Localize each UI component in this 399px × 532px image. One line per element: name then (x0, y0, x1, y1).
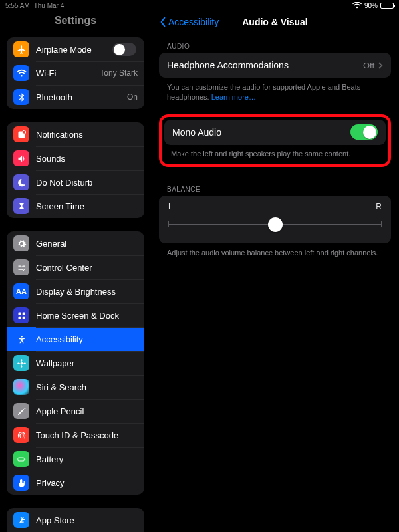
page-title: Audio & Visual (242, 17, 308, 27)
sidebar-item-general[interactable]: General (7, 231, 144, 255)
sidebar-item-appstore[interactable]: App Store (7, 508, 144, 532)
flower-icon (13, 355, 29, 371)
moon-icon (13, 174, 29, 190)
sidebar-label: Do Not Disturb (36, 178, 92, 188)
sidebar-item-bluetooth[interactable]: Bluetooth On (7, 85, 144, 109)
svg-rect-5 (22, 316, 25, 319)
gear-icon (13, 235, 29, 251)
sidebar-label: Screen Time (36, 201, 84, 211)
sidebar-item-battery[interactable]: Battery (7, 447, 144, 471)
headphone-accommodations-row[interactable]: Headphone Accommodations Off (159, 53, 391, 78)
sidebar-item-accessibility[interactable]: Accessibility (7, 327, 144, 351)
svg-rect-3 (22, 312, 25, 315)
notifications-icon (13, 126, 29, 142)
detail-pane: Accessibility Audio & Visual AUDIO Headp… (151, 11, 399, 532)
battery-percentage: 90% (364, 2, 378, 9)
back-button[interactable]: Accessibility (159, 11, 219, 33)
sidebar-item-sounds[interactable]: Sounds (7, 146, 144, 170)
battery-icon (13, 451, 29, 467)
hand-icon (13, 475, 29, 491)
slider-thumb[interactable] (268, 217, 283, 232)
settings-sidebar: Settings Airplane Mode Wi-Fi Tony Stark (0, 11, 151, 532)
sounds-icon (13, 150, 29, 166)
appstore-icon (13, 512, 29, 528)
sidebar-label: Privacy (36, 478, 65, 488)
mono-audio-row[interactable]: Mono Audio (164, 120, 386, 145)
sidebar-label: Accessibility (36, 334, 83, 344)
sidebar-item-display[interactable]: AA Display & Brightness (7, 279, 144, 303)
sidebar-item-home-screen[interactable]: Home Screen & Dock (7, 303, 144, 327)
sidebar-item-control-center[interactable]: Control Center (7, 255, 144, 279)
headphone-value: Off (363, 61, 374, 70)
balance-slider[interactable] (168, 218, 382, 231)
status-date: Thu Mar 4 (34, 2, 65, 9)
sliders-icon (13, 259, 29, 275)
bluetooth-value: On (127, 92, 138, 102)
sidebar-item-touchid[interactable]: Touch ID & Passcode (7, 423, 144, 447)
sidebar-item-pencil[interactable]: Apple Pencil (7, 399, 144, 423)
mono-audio-toggle[interactable] (350, 124, 378, 140)
sidebar-item-airplane[interactable]: Airplane Mode (7, 37, 144, 61)
fingerprint-icon (13, 427, 29, 443)
siri-icon (13, 379, 29, 395)
sidebar-item-wifi[interactable]: Wi-Fi Tony Stark (7, 61, 144, 85)
headphone-card: Headphone Accommodations Off (159, 53, 391, 78)
sidebar-group-alerts: Notifications Sounds Do Not Disturb Scre… (7, 122, 144, 218)
sidebar-item-siri[interactable]: Siri & Search (7, 375, 144, 399)
grid-icon (13, 307, 29, 323)
chevron-left-icon (159, 17, 167, 27)
balance-card: L R (159, 196, 391, 243)
section-header-audio: AUDIO (167, 43, 391, 50)
wifi-value: Tony Stark (100, 68, 138, 78)
sidebar-label: Apple Pencil (36, 406, 84, 416)
sidebar-label: Display & Brightness (36, 287, 116, 297)
hourglass-icon (13, 198, 29, 214)
svg-point-6 (21, 335, 23, 337)
learn-more-link[interactable]: Learn more… (211, 93, 256, 101)
svg-point-7 (20, 362, 23, 364)
display-icon: AA (13, 283, 29, 299)
bluetooth-icon (13, 89, 29, 105)
sidebar-label: Notifications (36, 130, 83, 140)
sidebar-label: General (36, 239, 66, 249)
sidebar-label: Wi-Fi (36, 68, 56, 78)
mono-caption: Make the left and right speakers play th… (171, 149, 379, 159)
row-label: Headphone Accommodations (167, 60, 289, 70)
sidebar-label: App Store (36, 515, 74, 525)
headphone-caption: You can customize the audio for supporte… (167, 82, 383, 102)
sidebar-label: Control Center (36, 263, 92, 273)
sidebar-item-notifications[interactable]: Notifications (7, 122, 144, 146)
svg-rect-2 (18, 312, 21, 315)
pencil-icon (13, 403, 29, 419)
sidebar-title: Settings (0, 11, 151, 33)
sidebar-label: Siri & Search (36, 382, 86, 392)
sidebar-group-network: Airplane Mode Wi-Fi Tony Stark Bluetooth… (7, 37, 144, 109)
svg-point-1 (22, 130, 25, 134)
sidebar-label: Sounds (36, 154, 65, 164)
back-label: Accessibility (168, 17, 219, 27)
sidebar-item-screentime[interactable]: Screen Time (7, 194, 144, 218)
balance-left-label: L (168, 202, 173, 211)
wifi-icon (13, 65, 29, 81)
svg-rect-9 (24, 458, 25, 460)
highlight-red-box: Mono Audio Make the left and right speak… (159, 114, 391, 167)
sidebar-item-privacy[interactable]: Privacy (7, 471, 144, 495)
battery-icon (380, 3, 394, 9)
airplane-icon (13, 41, 29, 57)
sidebar-item-wallpaper[interactable]: Wallpaper (7, 351, 144, 375)
sidebar-item-dnd[interactable]: Do Not Disturb (7, 170, 144, 194)
svg-rect-4 (18, 316, 21, 319)
sidebar-label: Airplane Mode (36, 45, 92, 55)
balance-caption: Adjust the audio volume balance between … (167, 248, 383, 258)
sidebar-label: Battery (36, 454, 63, 464)
status-time: 5:55 AM (5, 2, 30, 9)
accessibility-icon (13, 331, 29, 347)
chevron-right-icon (378, 62, 383, 69)
status-bar: 5:55 AM Thu Mar 4 90% (0, 0, 399, 11)
sidebar-label: Wallpaper (36, 358, 74, 368)
section-header-balance: BALANCE (167, 186, 391, 193)
sidebar-group-general: General Control Center AA Display & Brig… (7, 231, 144, 495)
sidebar-label: Bluetooth (36, 92, 72, 102)
airplane-toggle[interactable] (112, 43, 136, 56)
row-label: Mono Audio (172, 127, 221, 138)
